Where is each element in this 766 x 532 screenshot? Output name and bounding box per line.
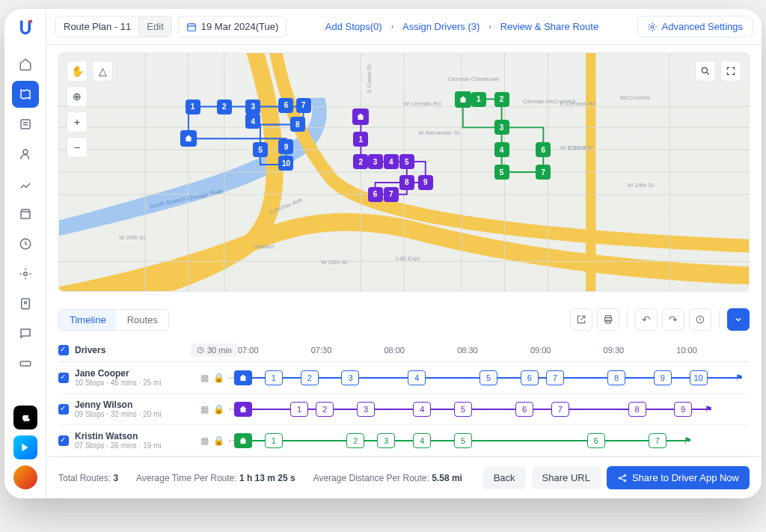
route-stop-marker[interactable]: 7: [296, 98, 311, 113]
pan-tool[interactable]: ✋: [67, 61, 88, 82]
timeline-stop[interactable]: 6: [587, 433, 605, 448]
interval-badge[interactable]: 30 min: [191, 343, 238, 357]
undo-button[interactable]: ↶: [635, 308, 658, 331]
collapse-button[interactable]: [727, 308, 750, 331]
route-stop-marker[interactable]: 9: [278, 139, 293, 154]
timeline-flag[interactable]: ⚑: [732, 370, 747, 385]
nav-history[interactable]: [12, 230, 39, 257]
route-stop-marker[interactable]: 10: [278, 156, 293, 171]
route-home-marker[interactable]: [455, 91, 471, 108]
crumb-assign-drivers[interactable]: Assign Drivers (3): [402, 21, 479, 32]
date-picker[interactable]: 19 Mar 2024(Tue): [178, 16, 287, 37]
nav-store[interactable]: [12, 201, 39, 227]
timeline-stop[interactable]: 8: [607, 370, 625, 385]
nav-chat[interactable]: [12, 320, 39, 347]
timeline-home[interactable]: [234, 433, 252, 448]
calendar-icon[interactable]: ▦: [200, 373, 209, 383]
timeline-stop[interactable]: 2: [346, 433, 364, 448]
timeline-stop[interactable]: 1: [265, 433, 283, 448]
play-store-icon[interactable]: [13, 435, 37, 459]
lock-icon[interactable]: 🔒: [213, 373, 224, 383]
edit-button[interactable]: Edit: [138, 16, 171, 37]
route-stop-marker[interactable]: 1: [186, 100, 200, 114]
timeline-stop[interactable]: 7: [551, 402, 569, 417]
driver-checkbox[interactable]: [58, 435, 69, 446]
timeline-home[interactable]: [234, 370, 252, 385]
nav-contacts[interactable]: [12, 290, 39, 317]
route-stop-marker[interactable]: 2: [494, 92, 509, 107]
locate-tool[interactable]: ⊕: [67, 86, 88, 107]
share-url-button[interactable]: Share URL: [532, 466, 601, 489]
calendar-icon[interactable]: ▦: [200, 435, 209, 446]
driver-checkbox[interactable]: [58, 404, 69, 415]
history-button[interactable]: [689, 308, 711, 331]
timeline-home[interactable]: [234, 402, 252, 417]
timeline-stop[interactable]: 2: [301, 370, 319, 385]
timeline-flag[interactable]: ⚑: [681, 433, 696, 448]
export-button[interactable]: [570, 308, 592, 331]
timeline-stop[interactable]: 9: [674, 402, 692, 417]
crumb-review-share[interactable]: Review & Share Route: [500, 21, 599, 32]
user-avatar[interactable]: [13, 465, 37, 489]
timeline-stop[interactable]: 9: [654, 370, 672, 385]
share-to-app-button[interactable]: Share to Driver App Now: [607, 466, 750, 489]
route-stop-marker[interactable]: 1: [471, 92, 486, 107]
driver-checkbox[interactable]: [58, 373, 69, 383]
zoom-out-button[interactable]: −: [67, 137, 88, 158]
crumb-add-stops[interactable]: Add Stops(0): [325, 21, 382, 32]
timeline-stop[interactable]: 4: [413, 402, 431, 417]
map-canvas[interactable]: 123456789101234567891234567 W Cermak Rd …: [58, 52, 750, 292]
timeline-stop[interactable]: 6: [521, 370, 539, 385]
route-stop-marker[interactable]: 8: [290, 117, 305, 132]
route-home-marker[interactable]: [352, 108, 369, 125]
route-stop-marker[interactable]: 6: [368, 187, 383, 202]
lock-icon[interactable]: 🔒: [213, 404, 224, 415]
route-stop-marker[interactable]: 5: [399, 154, 414, 169]
timeline-stop[interactable]: 7: [649, 433, 667, 448]
search-map-button[interactable]: [695, 61, 716, 82]
route-stop-marker[interactable]: 2: [353, 154, 368, 169]
calendar-icon[interactable]: ▦: [200, 404, 209, 415]
nav-more[interactable]: [12, 350, 39, 377]
timeline-stop[interactable]: 2: [316, 402, 334, 417]
route-stop-marker[interactable]: 3: [368, 154, 383, 169]
nav-list[interactable]: [12, 111, 39, 138]
tab-timeline[interactable]: Timeline: [59, 310, 117, 330]
route-home-marker[interactable]: [180, 130, 197, 147]
route-stop-marker[interactable]: 6: [536, 142, 551, 157]
lock-icon[interactable]: 🔒: [213, 435, 224, 446]
timeline-stop[interactable]: 6: [515, 402, 533, 417]
timeline-stop[interactable]: 10: [690, 370, 708, 385]
polygon-tool[interactable]: △: [92, 61, 113, 82]
fullscreen-button[interactable]: [720, 61, 741, 82]
timeline-stop[interactable]: 3: [357, 402, 375, 417]
zoom-in-button[interactable]: +: [67, 111, 88, 132]
route-stop-marker[interactable]: 4: [494, 142, 509, 157]
route-stop-marker[interactable]: 4: [384, 154, 399, 169]
apple-store-icon[interactable]: [13, 406, 37, 429]
timeline-stop[interactable]: 1: [265, 370, 283, 385]
timeline-stop[interactable]: 5: [454, 402, 472, 417]
route-stop-marker[interactable]: 3: [245, 100, 260, 114]
timeline-stop[interactable]: 3: [341, 370, 359, 385]
route-stop-marker[interactable]: 8: [399, 175, 414, 190]
timeline-stop[interactable]: 3: [377, 433, 395, 448]
route-stop-marker[interactable]: 2: [217, 100, 232, 114]
timeline-stop[interactable]: 1: [290, 402, 308, 417]
route-stop-marker[interactable]: 9: [418, 175, 433, 190]
nav-home[interactable]: [12, 51, 39, 78]
nav-routes[interactable]: [12, 81, 39, 108]
route-stop-marker[interactable]: 3: [494, 120, 509, 135]
print-button[interactable]: [597, 308, 619, 331]
tab-routes[interactable]: Routes: [117, 310, 168, 330]
route-stop-marker[interactable]: 7: [384, 187, 399, 202]
nav-locate[interactable]: [12, 260, 39, 287]
select-all-checkbox[interactable]: [58, 345, 69, 355]
route-stop-marker[interactable]: 6: [278, 98, 293, 113]
nav-analytics[interactable]: [12, 171, 39, 198]
timeline-flag[interactable]: ⚑: [701, 402, 716, 417]
route-stop-marker[interactable]: 5: [494, 165, 509, 180]
timeline-stop[interactable]: 4: [408, 370, 426, 385]
timeline-stop[interactable]: 4: [413, 433, 431, 448]
route-stop-marker[interactable]: 7: [536, 165, 551, 180]
